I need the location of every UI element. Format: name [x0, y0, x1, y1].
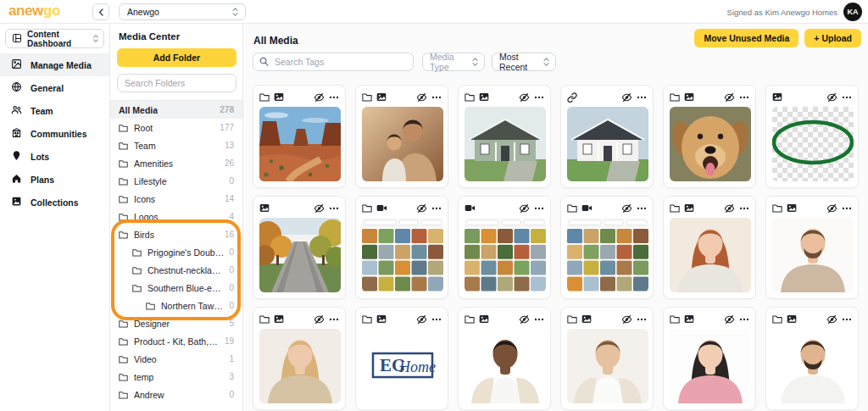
folder-row[interactable]: Southern Blue-eared Glossy-Sta...0	[110, 279, 242, 297]
sidebar-item-collections[interactable]: Collections	[0, 191, 109, 214]
more-menu-icon[interactable]	[637, 318, 647, 321]
folder-tree: All Media278Root177Team13Amenities26Life…	[110, 100, 242, 403]
upload-button[interactable]: + Upload	[804, 29, 861, 47]
more-menu-icon[interactable]	[842, 318, 852, 321]
folder-row[interactable]: Prigogine's Double-collared Sun...0	[110, 243, 242, 261]
builder-select-value: Anewgo	[127, 7, 159, 17]
more-menu-icon[interactable]	[329, 96, 339, 99]
sidebar-item-general[interactable]: General	[0, 76, 109, 99]
more-menu-icon[interactable]	[842, 96, 852, 99]
media-thumbnail-media-library-collage[interactable]	[362, 218, 443, 292]
more-menu-icon[interactable]	[637, 207, 647, 210]
folder-row[interactable]: Andrew0	[110, 386, 242, 403]
folder-row[interactable]: Team13	[110, 136, 242, 154]
folder-row[interactable]: Chestnut-necklaced Hill Partridge0	[110, 261, 242, 279]
more-menu-icon[interactable]	[842, 207, 852, 210]
visibility-off-icon[interactable]	[416, 92, 427, 103]
media-thumbnail-woman-auburn-hair[interactable]	[670, 218, 751, 292]
folder-icon	[119, 319, 128, 328]
media-card	[458, 85, 551, 188]
visibility-off-icon[interactable]	[826, 92, 837, 103]
more-menu-icon[interactable]	[534, 96, 544, 99]
more-menu-icon[interactable]	[329, 207, 339, 210]
add-folder-button[interactable]: Add Folder	[117, 48, 236, 67]
folder-row[interactable]: Video1	[110, 350, 242, 368]
video-icon	[376, 203, 387, 213]
folder-row[interactable]: Amenities26	[110, 154, 242, 172]
media-thumbnail-autumn-tree-lined-road[interactable]	[259, 218, 341, 292]
folder-row[interactable]: Root177	[110, 119, 242, 136]
more-menu-icon[interactable]	[431, 96, 442, 99]
more-menu-icon[interactable]	[534, 207, 544, 210]
more-menu-icon[interactable]	[431, 318, 442, 321]
visibility-off-icon[interactable]	[724, 92, 735, 103]
more-menu-icon[interactable]	[739, 318, 749, 321]
sort-select[interactable]: Most Recent	[492, 53, 556, 71]
more-menu-icon[interactable]	[534, 318, 544, 321]
dashboard-select[interactable]: Content Dashboard	[5, 29, 104, 48]
media-thumbnail-media-library-collage[interactable]	[567, 218, 648, 292]
tag-search-input[interactable]	[273, 56, 407, 68]
more-menu-icon[interactable]	[431, 207, 442, 210]
visibility-off-icon[interactable]	[826, 314, 837, 325]
visibility-off-icon[interactable]	[621, 314, 632, 325]
folder-label: Team	[134, 141, 156, 151]
folder-row[interactable]: All Media278	[110, 101, 242, 119]
media-thumbnail-white-farmhouse-rendering[interactable]	[567, 107, 648, 181]
more-menu-icon[interactable]	[329, 318, 339, 321]
visibility-off-icon[interactable]	[826, 203, 837, 214]
folder-row[interactable]: Birds16	[110, 225, 242, 243]
visibility-off-icon[interactable]	[621, 92, 632, 103]
visibility-off-icon[interactable]	[519, 314, 530, 325]
folder-row[interactable]: Designer5	[110, 314, 242, 332]
visibility-off-icon[interactable]	[519, 92, 530, 103]
sidebar-item-plans[interactable]: Plans	[0, 168, 109, 191]
media-card	[253, 307, 346, 410]
user-avatar[interactable]: KA	[843, 3, 862, 21]
media-thumbnail-blonde-woman-beige[interactable]	[259, 329, 341, 403]
nav-items: Manage MediaGeneralTeamCommunitiesLotsPl…	[0, 53, 109, 214]
more-menu-icon[interactable]	[739, 207, 749, 210]
visibility-off-icon[interactable]	[314, 203, 325, 214]
visibility-off-icon[interactable]	[621, 203, 632, 214]
folder-search-input[interactable]	[117, 74, 236, 92]
card-toolbar	[772, 314, 852, 325]
media-thumbnail-man-plaid-jacket[interactable]	[465, 329, 546, 403]
visibility-off-icon[interactable]	[314, 314, 325, 325]
visibility-off-icon[interactable]	[724, 203, 735, 214]
sidebar-item-lots[interactable]: Lots	[0, 145, 109, 168]
visibility-off-icon[interactable]	[416, 203, 427, 214]
more-menu-icon[interactable]	[637, 96, 647, 99]
sidebar-item-manage-media[interactable]: Manage Media	[0, 53, 109, 76]
folder-row[interactable]: Northern Tawny-bellied Scree...0	[110, 297, 242, 314]
media-thumbnail-man-with-beard[interactable]	[772, 218, 854, 292]
visibility-off-icon[interactable]	[314, 92, 325, 103]
more-menu-icon[interactable]	[739, 96, 749, 99]
back-button[interactable]	[92, 3, 109, 20]
media-thumbnail-woman-pink-shirt[interactable]	[670, 329, 751, 403]
media-thumbnail-desert-monument-valley[interactable]	[259, 107, 341, 181]
media-thumbnail-eghome-logo[interactable]: EGHome	[362, 329, 443, 403]
folder-row[interactable]: Lifestyle0	[110, 172, 242, 190]
media-thumbnail-media-library-collage[interactable]	[465, 218, 546, 292]
media-thumbnail-man-white-tee-beard[interactable]	[772, 329, 854, 403]
sidebar-item-team[interactable]: Team	[0, 99, 109, 122]
media-thumbnail-man-cream-jacket[interactable]	[567, 329, 648, 403]
visibility-off-icon[interactable]	[416, 314, 427, 325]
folder-row[interactable]: temp3	[110, 368, 242, 386]
folder-row[interactable]: Product - Kit, Bath, etc19	[110, 332, 242, 350]
media-type-select[interactable]: Media Type	[422, 53, 485, 71]
media-thumbnail-happy-dog-closeup[interactable]	[670, 107, 751, 181]
visibility-off-icon[interactable]	[519, 203, 530, 214]
media-thumbnail-father-and-child[interactable]	[362, 107, 443, 181]
chevron-updown-icon	[467, 57, 479, 67]
move-unused-media-button[interactable]: Move Unused Media	[694, 29, 798, 47]
sidebar-item-communities[interactable]: Communities	[0, 122, 109, 145]
media-thumbnail-green-cottage-rendering[interactable]	[465, 107, 546, 181]
builder-select[interactable]: Anewgo	[119, 3, 246, 20]
media-thumbnail-transparent-green-ellipse[interactable]	[772, 107, 854, 181]
folder-row[interactable]: Logos4	[110, 208, 242, 225]
visibility-off-icon[interactable]	[724, 314, 735, 325]
folder-row[interactable]: Icons14	[110, 190, 242, 208]
card-toolbar	[465, 314, 544, 325]
